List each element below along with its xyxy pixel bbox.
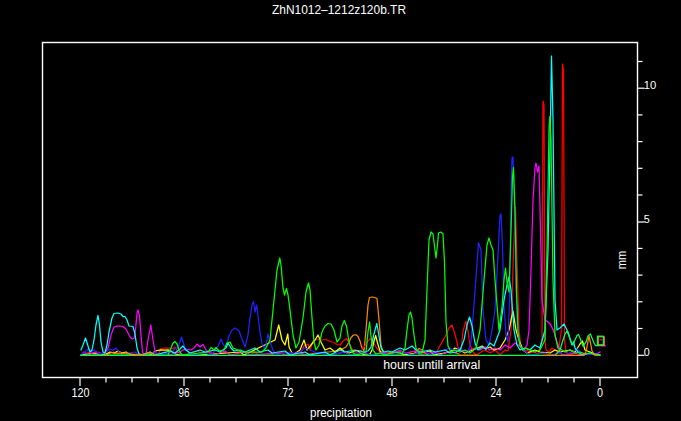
svg-text:precipitation: precipitation bbox=[310, 406, 372, 420]
svg-text:5: 5 bbox=[644, 213, 650, 225]
svg-text:hours untill arrival: hours untill arrival bbox=[383, 358, 480, 372]
svg-text:10: 10 bbox=[644, 79, 657, 91]
svg-text:mm: mm bbox=[615, 251, 629, 270]
svg-text:120: 120 bbox=[72, 385, 90, 400]
svg-text:0: 0 bbox=[597, 385, 603, 400]
svg-text:96: 96 bbox=[179, 385, 190, 400]
svg-text:72: 72 bbox=[283, 385, 294, 400]
svg-text:48: 48 bbox=[387, 385, 398, 400]
svg-text:24: 24 bbox=[491, 385, 502, 400]
svg-text:0: 0 bbox=[644, 346, 650, 358]
svg-text:ZhN1012–1212z120b.TR: ZhN1012–1212z120b.TR bbox=[272, 2, 406, 17]
